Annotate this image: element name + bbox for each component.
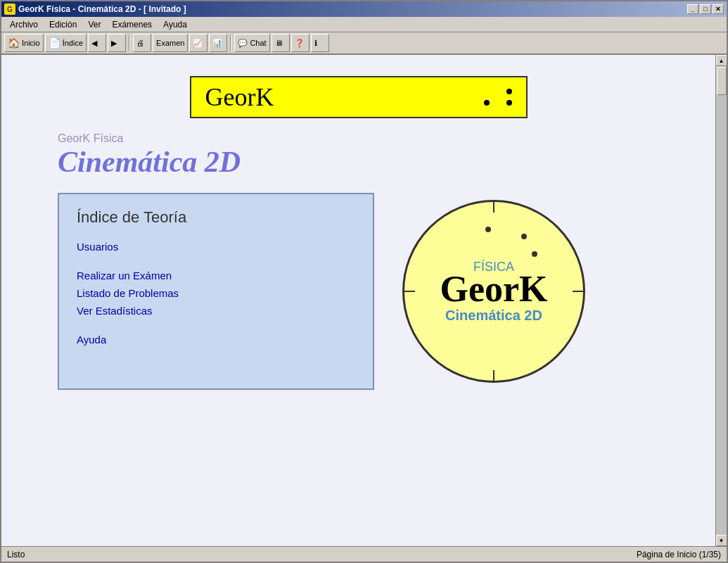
menu-edicion[interactable]: Edición <box>44 18 82 31</box>
index-title: Índice de Teoría <box>77 208 355 227</box>
link-ver-estadisticas[interactable]: Ver Estadísticas <box>77 305 355 317</box>
circle-geork-label: GeorK <box>440 271 547 308</box>
forward-icon: ▶ <box>111 39 117 48</box>
scroll-thumb[interactable] <box>717 67 727 95</box>
title-bar-left: G GeorK Física - Cinemática 2D - [ Invit… <box>4 4 186 15</box>
status-bar: Listo Página de Inicio (1/35) <box>1 546 727 562</box>
window-title: GeorK Física - Cinemática 2D - [ Invitad… <box>18 4 186 14</box>
menu-archivo[interactable]: Archivo <box>4 18 44 31</box>
circle-dot-3 <box>532 251 537 257</box>
print-icon: 🖨 <box>136 39 144 47</box>
link-realizar-examen[interactable]: Realizar un Exámen <box>77 270 355 282</box>
inicio-label: Inicio <box>22 39 40 47</box>
index-icon: 📄 <box>49 37 60 49</box>
scroll-down-button[interactable]: ▼ <box>716 535 727 546</box>
scrollbar-vertical: ▲ ▼ <box>715 55 727 546</box>
link-listado-problemas[interactable]: Listado de Problemas <box>77 287 355 299</box>
circle-dot-2 <box>521 234 527 239</box>
menu-bar: Archivo Edición Ver Exámenes Ayuda <box>1 17 727 32</box>
monitor-button[interactable]: 🖥 <box>272 34 290 52</box>
main-body: Índice de Teoría Usuarios Realizar un Ex… <box>15 186 701 397</box>
subtitle-area: GeorK Física Cinemática 2D <box>15 132 701 179</box>
logo-banner: GeorK <box>15 76 701 118</box>
help-icon: ❓ <box>295 39 305 48</box>
separator-2 <box>230 35 231 51</box>
info-icon: ℹ <box>314 39 317 48</box>
circle-cinematica-label: Cinemática 2D <box>445 308 542 324</box>
tick-bottom <box>493 370 494 381</box>
title-bar-buttons: _ □ ✕ <box>687 4 724 14</box>
back-icon: ◀ <box>91 39 97 48</box>
chat-label: Chat <box>250 39 266 47</box>
content-area: GeorK GeorK Física Cinemática 2D <box>1 55 727 546</box>
spacer-2 <box>77 322 355 334</box>
chart-icon: 📊 <box>212 39 222 48</box>
scroll-up-button[interactable]: ▲ <box>716 55 727 66</box>
main-window: G GeorK Física - Cinemática 2D - [ Invit… <box>0 0 728 563</box>
nav-back-button[interactable]: ◀ <box>88 34 106 52</box>
circle-dot-1 <box>485 227 491 232</box>
examen-button[interactable]: Examen <box>153 34 188 52</box>
indice-label: Índice <box>63 39 83 47</box>
menu-ver[interactable]: Ver <box>82 18 106 31</box>
logo-box: GeorK <box>190 76 528 118</box>
spacer-1 <box>77 258 355 270</box>
title-bar: G GeorK Física - Cinemática 2D - [ Invit… <box>1 1 727 17</box>
chat-icon: 💬 <box>238 39 248 48</box>
geork-fisica-label: GeorK Física <box>58 132 701 145</box>
logo-dot-1 <box>506 89 512 94</box>
chart-button[interactable]: 📊 <box>209 34 227 52</box>
graph-icon: 📈 <box>193 39 203 48</box>
logo-dot-2 <box>484 100 490 106</box>
logo-dots-group <box>484 89 512 106</box>
help-button[interactable]: ❓ <box>291 34 309 52</box>
status-left: Listo <box>7 550 25 559</box>
main-content: GeorK GeorK Física Cinemática 2D <box>1 55 715 546</box>
tick-top <box>493 202 494 213</box>
nav-forward-button[interactable]: ▶ <box>108 34 126 52</box>
tick-left <box>404 291 415 292</box>
tick-right <box>573 291 583 292</box>
home-icon: 🏠 <box>8 37 20 49</box>
separator-1 <box>129 35 130 51</box>
info-button[interactable]: ℹ <box>311 34 329 52</box>
graph-button[interactable]: 📈 <box>189 34 207 52</box>
examen-label: Examen <box>156 39 184 47</box>
circle-logo: FÍSICA GeorK Cinemática 2D <box>402 200 585 383</box>
status-right: Página de Inicio (1/35) <box>637 550 721 559</box>
app-icon: G <box>4 4 15 15</box>
menu-examenes[interactable]: Exámenes <box>106 18 158 31</box>
cinematica-title: Cinemática 2D <box>58 145 701 179</box>
link-ayuda[interactable]: Ayuda <box>77 334 355 346</box>
monitor-icon: 🖥 <box>275 39 283 47</box>
indice-button[interactable]: 📄 Índice <box>45 34 87 52</box>
print-button[interactable]: 🖨 <box>133 34 151 52</box>
inicio-button[interactable]: 🏠 Inicio <box>4 34 44 52</box>
close-button[interactable]: ✕ <box>713 4 724 14</box>
link-usuarios[interactable]: Usuarios <box>77 241 355 253</box>
chat-button[interactable]: 💬 Chat <box>234 34 269 52</box>
toolbar: 🏠 Inicio 📄 Índice ◀ ▶ 🖨 Examen 📈 📊 💬 C <box>1 32 727 55</box>
index-box: Índice de Teoría Usuarios Realizar un Ex… <box>58 193 374 390</box>
minimize-button[interactable]: _ <box>687 4 698 14</box>
scroll-track[interactable] <box>716 66 727 535</box>
logo-dot-3 <box>506 100 512 106</box>
maximize-button[interactable]: □ <box>700 4 711 14</box>
logo-text: GeorK <box>205 82 274 112</box>
menu-ayuda[interactable]: Ayuda <box>158 18 193 31</box>
